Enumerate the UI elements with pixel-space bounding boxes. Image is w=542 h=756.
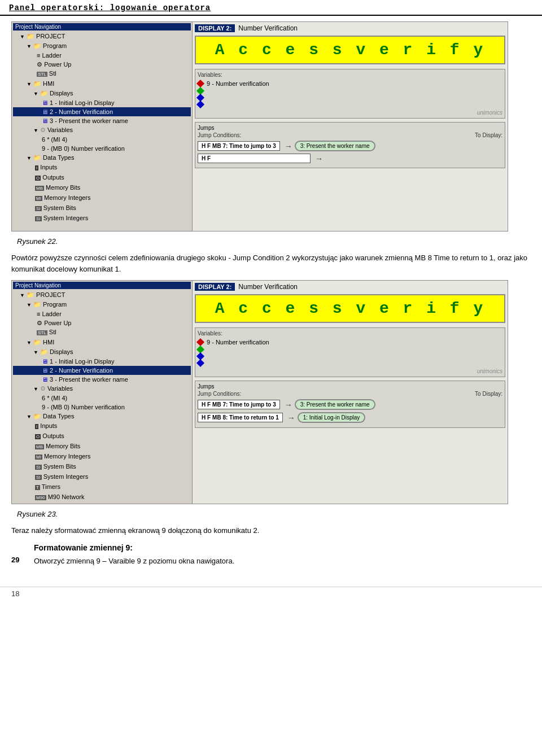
list-item: ▼ 📁 HMI: [13, 338, 191, 347]
jump-display-f2-2: 1: Initial Log-in Display: [298, 412, 366, 423]
list-item: 🖥 1 - Initial Log-in Display: [13, 357, 191, 366]
jump-row-f2-2: H F MB 8: Time to return to 1 → 1: Initi…: [198, 412, 502, 423]
var-row-f2-1: 9 - Number verification: [198, 339, 502, 346]
section-heading: Formatowanie zmiennej 9:: [34, 543, 531, 552]
body-paragraph-2: Teraz należy sformatować zmienną ekranow…: [11, 525, 531, 536]
figure2-screenshot: Project Navigation ▼ 📁 PROJECT ▼ 📁 Progr…: [11, 280, 508, 504]
page-header: Panel operatorski: logowanie operatora: [0, 0, 542, 16]
jump-condition-text-1: MB 7: Time to jump to 3: [212, 143, 276, 149]
list-item: ▼ ⚙ Variables: [13, 125, 191, 135]
list-item: ▼ ⚙ Variables: [13, 384, 191, 394]
jump-arrow-empty-1: →: [315, 154, 323, 163]
list-item: ≡ Ladder: [13, 51, 191, 60]
list-item: SI System Bits: [13, 462, 191, 472]
jump-row-f2-1: H F MB 7: Time to jump to 3 → 3: Present…: [198, 399, 502, 410]
list-item: 6 * (MI 4): [13, 135, 191, 144]
list-item: 9 - (MB 0) Number verification: [13, 403, 191, 412]
jump-prefix-f2-2: H F: [202, 414, 211, 421]
list-item: MI Memory Integers: [13, 452, 191, 462]
list-item: T Timers: [13, 482, 191, 492]
list-item: 🖥 1 - Initial Log-in Display: [13, 98, 191, 107]
tree-root: ▼ 📁 PROJECT: [13, 32, 191, 41]
var-row-f2-2: [198, 347, 502, 352]
jumps-title-2: Jumps: [198, 383, 502, 390]
jump-arrow-f2-1: →: [285, 400, 292, 409]
page-number: 18: [11, 589, 19, 598]
jumps-header-2: Jump Conditions: To Display:: [198, 391, 502, 397]
var-row-f2-3: [198, 353, 502, 359]
nav-panel-1: Project Navigation ▼ 📁 PROJECT ▼ 📁 Progr…: [12, 22, 193, 231]
figure1-caption: Rysunek 22.: [11, 237, 531, 246]
list-item: SI System Integers: [13, 472, 191, 482]
list-item: MI Memory Integers: [13, 193, 191, 203]
list-item: MB Memory Bits: [13, 183, 191, 193]
list-item: 9 - (MB 0) Number verification: [13, 144, 191, 153]
jumps-section-1: Jumps Jump Conditions: To Display: H F M…: [195, 122, 505, 168]
var-text-f2-1: 9 - Number verification: [207, 339, 269, 346]
page-title: Panel operatorski: logowanie operatora: [9, 3, 533, 12]
access-verify-banner-2: A c c e s s v e r i f y: [195, 294, 505, 323]
list-item: ▼ 📁 Data Types: [13, 153, 191, 163]
list-item: 6 * (MI 4): [13, 394, 191, 403]
display-header-2: DISPLAY 2: Number Verification: [195, 283, 505, 291]
step-29-text: Otworzyć zmienną 9 – Varaible 9 z poziom…: [34, 556, 234, 567]
jump-prefix-empty: H F: [202, 155, 211, 161]
list-item: O Outputs: [13, 431, 191, 442]
figure2-caption: Rysunek 23.: [11, 510, 531, 518]
var-row-f2-4: [198, 360, 502, 366]
nav-panel-title-2: Project Navigation: [13, 282, 191, 289]
list-item: SI System Integers: [13, 213, 191, 224]
unimonics-logo-1: unimonics: [198, 110, 502, 116]
step-29-number: 29: [11, 556, 34, 567]
diamond-blue-icon-2: [196, 100, 204, 108]
display-label-1: DISPLAY 2:: [195, 24, 235, 32]
display-header-1: DISPLAY 2: Number Verification: [195, 24, 505, 32]
list-item-highlighted-2: 🖥 2 - Number Verification: [13, 366, 191, 375]
jump-display-f2-1: 3: Present the worker name: [295, 399, 375, 410]
jump-row-1: H F MB 7: Time to jump to 3 → 3: Present…: [198, 141, 502, 151]
list-item: ▼ 📁 Displays: [13, 89, 191, 98]
var-row-4: [198, 102, 502, 107]
nav-panel-2: Project Navigation ▼ 📁 PROJECT ▼ 📁 Progr…: [12, 281, 193, 504]
list-item: ▼ 📁 Displays: [13, 347, 191, 357]
list-item: M90 M90 Network: [13, 492, 191, 502]
jump-prefix-1: H F: [202, 143, 211, 149]
figure1-screenshot: Project Navigation ▼ 📁 PROJECT ▼ 📁 Progr…: [11, 21, 508, 231]
tree-root-2: ▼ 📁 PROJECT: [13, 290, 191, 300]
display-label-2: DISPLAY 2:: [195, 283, 235, 291]
jump-condition-text-f2-2: MB 8: Time to return to 1: [212, 414, 279, 421]
list-item: ▼ 📁 HMI: [13, 79, 191, 89]
display-panel-1: DISPLAY 2: Number Verification A c c e s…: [193, 22, 508, 231]
to-display-label-1: To Display:: [475, 132, 502, 138]
diamond-blue-icon-f2-2: [196, 359, 204, 367]
jump-condition-1: H F MB 7: Time to jump to 3: [198, 141, 280, 151]
jump-conditions-label-1: Jump Conditions:: [198, 132, 241, 138]
list-item: ⚙ Power Up: [13, 60, 191, 69]
list-item: 🖥 3 - Present the worker name: [13, 375, 191, 384]
jumps-section-2: Jumps Jump Conditions: To Display: H F M…: [195, 381, 505, 428]
var-row-1: 9 - Number verification: [198, 80, 502, 87]
variables-label-1: Variables:: [198, 72, 502, 78]
list-item: O Outputs: [13, 173, 191, 183]
list-item: SI System Bits: [13, 203, 191, 213]
list-item: ▼ 📁 Data Types: [13, 412, 191, 421]
jump-condition-f2-1: H F MB 7: Time to jump to 3: [198, 400, 280, 409]
variables-section-1: Variables: 9 - Number verification: [195, 69, 505, 119]
jump-prefix-f2-1: H F: [202, 401, 211, 408]
jump-condition-f2-2: H F MB 8: Time to return to 1: [198, 413, 283, 422]
jump-condition-text-f2-1: MB 7: Time to jump to 3: [212, 401, 276, 408]
jump-arrow-f2-2: →: [287, 413, 295, 422]
jump-arrow-1: →: [285, 142, 292, 151]
list-item: ⚙ Power Up: [13, 318, 191, 327]
list-item: MB Memory Bits: [13, 442, 191, 452]
var-row-2: [198, 88, 502, 94]
var-row-3: [198, 95, 502, 100]
unimonics-logo-2: unimonics: [198, 368, 502, 374]
variables-label-2: Variables:: [198, 330, 502, 337]
list-item: I Inputs: [13, 163, 191, 173]
access-verify-text-1: A c c e s s v e r i f y: [215, 41, 485, 59]
list-item: ≡ Ladder: [13, 309, 191, 318]
display-title-1: Number Verification: [238, 24, 298, 32]
display-title-2: Number Verification: [238, 283, 298, 291]
display-panel-2: DISPLAY 2: Number Verification A c c e s…: [193, 281, 508, 504]
